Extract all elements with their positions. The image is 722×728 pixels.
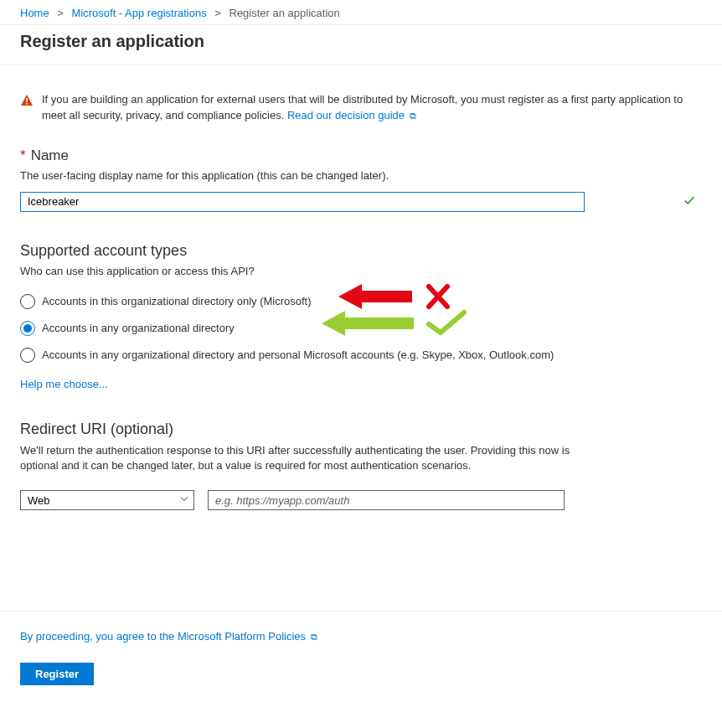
name-description: The user-facing display name for this ap…	[20, 169, 702, 182]
radio-label: Accounts in any organizational directory	[42, 322, 235, 334]
redirect-subtext: We'll return the authentication response…	[20, 443, 590, 473]
name-field-group: * Name The user-facing display name for …	[20, 147, 702, 212]
account-types-subtext: Who can use this application or access t…	[20, 265, 702, 277]
breadcrumb-current: Register an application	[229, 7, 340, 19]
radio-icon	[20, 321, 35, 336]
radio-option-any-org[interactable]: Accounts in any organizational directory	[20, 321, 702, 336]
annotation-red-arrow-x	[338, 282, 472, 311]
warning-icon	[20, 94, 34, 110]
radio-option-org-only[interactable]: Accounts in this organizational director…	[20, 294, 702, 309]
radio-label: Accounts in any organizational directory…	[42, 349, 554, 361]
chevron-right-icon: >	[214, 7, 221, 19]
external-link-icon: ⧉	[410, 111, 416, 121]
help-me-choose-link[interactable]: Help me choose...	[20, 378, 108, 390]
account-types-section: Supported account types Who can use this…	[20, 242, 702, 390]
name-label: Name	[31, 147, 69, 164]
radio-label: Accounts in this organizational director…	[42, 295, 312, 307]
breadcrumb-parent[interactable]: Microsoft - App registrations	[72, 7, 207, 19]
chevron-right-icon: >	[57, 7, 64, 19]
breadcrumb-home[interactable]: Home	[20, 7, 49, 19]
radio-icon	[20, 294, 35, 309]
redirect-uri-section: Redirect URI (optional) We'll return the…	[20, 421, 702, 510]
redirect-type-select[interactable]: Web	[20, 490, 194, 510]
register-button[interactable]: Register	[20, 663, 94, 685]
page-title: Register an application	[0, 25, 722, 65]
check-icon	[683, 194, 695, 209]
footer: By proceeding, you agree to the Microsof…	[0, 611, 722, 705]
radio-icon	[20, 348, 35, 363]
banner-link[interactable]: Read our decision guide ⧉	[287, 109, 416, 121]
svg-rect-1	[26, 103, 28, 105]
redirect-uri-input[interactable]	[208, 490, 565, 510]
required-star-icon: *	[20, 147, 26, 164]
annotation-green-arrow-check	[322, 309, 472, 338]
radio-option-any-personal[interactable]: Accounts in any organizational directory…	[20, 348, 702, 363]
info-banner: If you are building an application for e…	[20, 89, 702, 147]
account-types-heading: Supported account types	[20, 242, 702, 260]
external-link-icon: ⧉	[311, 632, 317, 642]
breadcrumb: Home > Microsoft - App registrations > R…	[0, 0, 722, 25]
name-input[interactable]	[20, 192, 585, 212]
redirect-heading: Redirect URI (optional)	[20, 421, 702, 438]
svg-rect-0	[26, 98, 28, 102]
platform-policies-link[interactable]: By proceeding, you agree to the Microsof…	[20, 630, 317, 643]
